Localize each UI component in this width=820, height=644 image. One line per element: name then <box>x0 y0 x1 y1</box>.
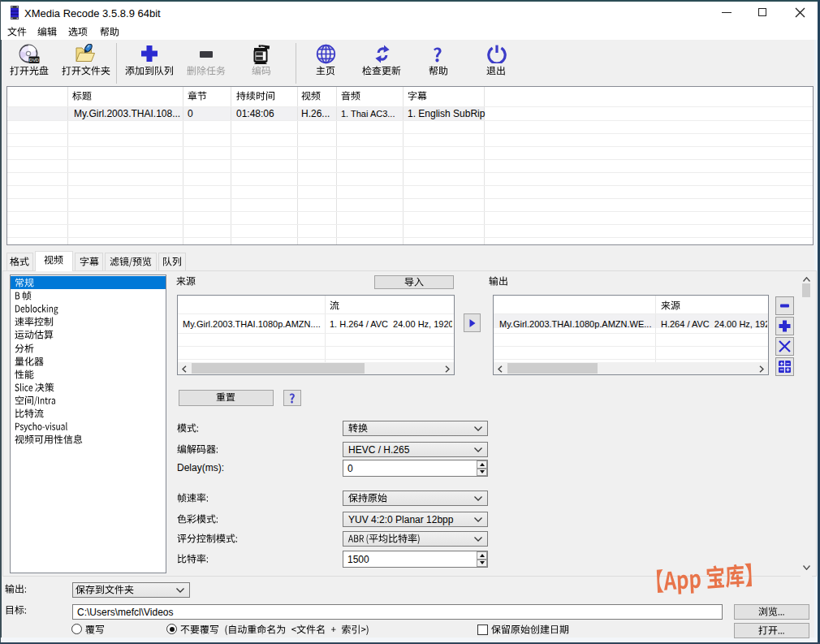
svg-text:DVD: DVD <box>29 58 39 63</box>
